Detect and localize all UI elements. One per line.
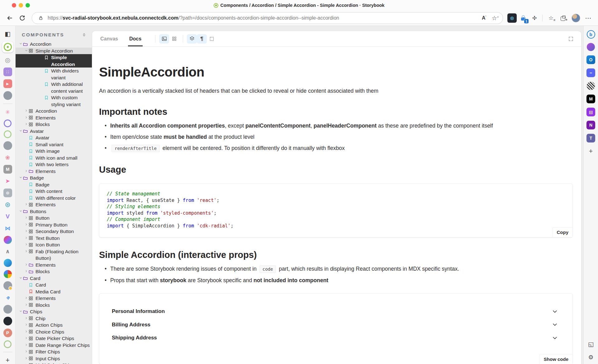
tree-story-with-two-letters[interactable]: With two letters: [16, 161, 92, 168]
tree-node-blocks[interactable]: Blocks: [16, 268, 92, 275]
tree-story-small-variant[interactable]: Small variant: [16, 141, 92, 148]
tree-node-accordion[interactable]: Accordion: [16, 41, 92, 48]
tree-story-with-content[interactable]: With content: [16, 188, 92, 195]
tree-story-with-icon-and-small[interactable]: With icon and small: [16, 155, 92, 161]
tree-story-with-custom-styling-variant[interactable]: With custom styling variant: [16, 94, 92, 108]
tree-node-avatar[interactable]: Avatar: [16, 128, 92, 135]
tree-node-elements[interactable]: Elements: [16, 201, 92, 208]
chevron-right-icon[interactable]: [24, 357, 28, 360]
tree-node-buttons[interactable]: Buttons: [16, 208, 92, 215]
browser-menu-icon[interactable]: ⋯: [583, 13, 594, 23]
hexagon-app-icon[interactable]: [4, 119, 12, 127]
tree-node-chip[interactable]: Chip: [16, 315, 92, 322]
tree-node-elements[interactable]: Elements: [16, 262, 92, 268]
confluence-icon[interactable]: ⋈: [3, 224, 12, 233]
tree-story-with-different-color[interactable]: With different color: [16, 195, 92, 202]
chevron-down-icon[interactable]: [19, 176, 22, 179]
accordion-item-billing-address[interactable]: Billing Address: [112, 318, 558, 332]
tree-node-multi-select-chip[interactable]: Multi Select Chip: [16, 362, 92, 364]
split-screen-icon[interactable]: ◱: [586, 340, 595, 348]
discord-icon[interactable]: ••: [586, 68, 595, 77]
react-gray-icon[interactable]: ⊛: [3, 189, 12, 197]
tree-node-card[interactable]: Card: [16, 275, 92, 282]
chevron-right-icon[interactable]: [24, 250, 28, 253]
github-notification-icon[interactable]: [3, 281, 12, 290]
chevron-right-icon[interactable]: [24, 116, 28, 119]
striped-app-icon[interactable]: [586, 82, 595, 90]
tree-node-button[interactable]: Button: [16, 215, 92, 222]
tree-node-input-chips[interactable]: Input Chips: [16, 355, 92, 362]
show-code-button[interactable]: Show code: [539, 354, 572, 364]
collections-icon[interactable]: +: [558, 13, 569, 23]
bing-chat-icon[interactable]: b: [587, 30, 595, 39]
caret-app-icon[interactable]: ∧: [3, 247, 12, 256]
asterisk-icon[interactable]: ✳: [3, 108, 12, 116]
tree-node-elements[interactable]: Elements: [16, 168, 92, 175]
chevron-right-icon[interactable]: [24, 317, 28, 320]
teams-icon[interactable]: T: [586, 134, 595, 142]
tree-node-primary-button[interactable]: Primary Button: [16, 222, 92, 228]
password-extension-icon[interactable]: 1: [519, 13, 528, 23]
chevron-down-icon[interactable]: [19, 310, 22, 313]
new-tab-plus-icon[interactable]: +: [3, 356, 12, 364]
tree-node-date-picker-chips[interactable]: Date Picker Chips: [16, 335, 92, 342]
figma-icon[interactable]: [4, 236, 12, 244]
layers-tool-icon[interactable]: [187, 34, 197, 44]
github-icon[interactable]: [3, 305, 12, 314]
tree-node-accordion[interactable]: Accordion: [16, 108, 92, 114]
onenote-icon[interactable]: N: [586, 121, 595, 129]
grid-tool-icon[interactable]: [169, 34, 179, 44]
edge-browser-icon[interactable]: [4, 259, 12, 267]
tree-story-avatar[interactable]: Avatar: [16, 134, 92, 141]
accordion-item-personal-information[interactable]: Personal Information: [112, 305, 558, 318]
chevron-right-icon[interactable]: [24, 270, 28, 273]
tree-node-blocks[interactable]: Blocks: [16, 302, 92, 309]
reload-button[interactable]: [17, 13, 27, 23]
outline-tool-icon[interactable]: [207, 34, 217, 44]
storybook-tab-active[interactable]: [2, 41, 13, 53]
accordion-item-shipping-address[interactable]: Shipping Address: [112, 331, 558, 345]
sidebar-toggle-icon[interactable]: ◧: [3, 30, 12, 38]
youtube-icon[interactable]: ▶: [3, 79, 12, 88]
chevron-right-icon[interactable]: [24, 203, 28, 206]
extensions-menu-icon[interactable]: ✣: [530, 13, 539, 23]
github-icon[interactable]: [3, 91, 12, 100]
back-button[interactable]: [4, 13, 15, 23]
chevron-down-icon[interactable]: [19, 129, 22, 132]
tree-node-action-chips[interactable]: Action Chips: [16, 322, 92, 329]
chevron-right-icon[interactable]: [24, 350, 28, 353]
tree-node-filter-chips[interactable]: Filter Chips: [16, 348, 92, 355]
chevron-right-icon[interactable]: [24, 337, 28, 339]
profile-avatar[interactable]: [571, 13, 581, 23]
tree-story-with-additional-content-variant[interactable]: With additional content variant: [16, 81, 92, 94]
chevron-down-icon[interactable]: [19, 42, 22, 45]
paragraph-tool-icon[interactable]: ¶: [197, 34, 207, 44]
chevron-right-icon[interactable]: [24, 230, 28, 232]
chevron-right-icon[interactable]: [24, 123, 28, 125]
tree-node-date-range-picker-chips[interactable]: Date Range Picker Chips: [16, 342, 92, 349]
tree-story-media-card[interactable]: Media Card: [16, 288, 92, 295]
add-favorite-icon[interactable]: ☆+: [491, 14, 500, 22]
chevron-right-icon[interactable]: [24, 303, 28, 306]
chevron-right-icon[interactable]: [24, 170, 28, 172]
chevron-down-icon[interactable]: [19, 210, 22, 212]
storybook-radial-icon[interactable]: [4, 340, 12, 348]
copy-button[interactable]: Copy: [553, 227, 573, 237]
chevron-right-icon[interactable]: [24, 296, 28, 299]
chevron-right-icon[interactable]: [24, 263, 28, 266]
vite-icon[interactable]: V: [3, 212, 12, 221]
chevron-right-icon[interactable]: [24, 109, 28, 112]
github-dark-icon[interactable]: [3, 317, 12, 325]
microsoft-365-icon[interactable]: [587, 43, 595, 51]
tree-node-fab-floating-action-button-[interactable]: Fab (Floating Action Button): [16, 248, 92, 262]
chevron-right-icon[interactable]: [24, 223, 28, 226]
storybook-radial-icon[interactable]: [4, 130, 12, 138]
play-app-icon[interactable]: ➤: [3, 177, 12, 185]
tree-node-elements[interactable]: Elements: [16, 295, 92, 302]
tree-node-choice-chips[interactable]: Choice Chips: [16, 329, 92, 335]
fullscreen-icon[interactable]: [566, 34, 576, 44]
p-app-icon[interactable]: P: [3, 329, 12, 337]
tree-node-icon-button[interactable]: Icon Button: [16, 241, 92, 248]
tree-node-text-button[interactable]: Text Button: [16, 235, 92, 242]
address-bar[interactable]: https://svc-radial-storybook.ext.nebula.…: [32, 12, 503, 24]
